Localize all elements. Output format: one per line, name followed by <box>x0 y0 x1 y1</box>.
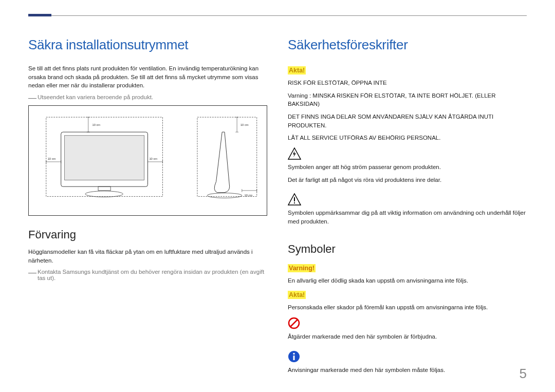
prohibit-icon <box>288 317 300 329</box>
svg-line-27 <box>290 320 298 327</box>
akta-label: Akta! <box>288 66 306 74</box>
intro-text: Se till att det finns plats runt produkt… <box>28 64 267 90</box>
svg-rect-25 <box>294 202 295 203</box>
exclamation-triangle-icon <box>288 193 301 206</box>
heading-install-space: Säkra installationsutrymmet <box>28 37 267 53</box>
header-rule <box>28 15 527 17</box>
dash-icon: ― <box>28 94 36 102</box>
heading-symbols: Symboler <box>288 242 527 256</box>
storage-text: Högglansmodeller kan få vita fläckar på … <box>28 248 267 265</box>
varning-label: Varning! <box>288 264 316 272</box>
dim-side-back: 10 cm <box>245 194 253 197</box>
dim-right: 10 cm <box>149 157 157 160</box>
svg-rect-29 <box>293 356 295 360</box>
svg-rect-2 <box>64 136 144 180</box>
note-text-2: Kontakta Samsungs kundtjänst om du behöv… <box>38 269 264 281</box>
svg-rect-24 <box>294 197 295 201</box>
install-diagram: 10 cm 10 cm 10 cm <box>28 105 267 216</box>
dash-icon: ― <box>28 269 36 277</box>
dim-side-top: 10 cm <box>240 123 249 126</box>
risk-line-1: RISK FÖR ELSTÖTAR, ÖPPNA INTE <box>288 79 527 87</box>
note-appearance: ― Utseendet kan variera beroende på prod… <box>28 94 267 100</box>
risk-line-3: DET FINNS INGA DELAR SOM ANVÄNDAREN SJÄL… <box>288 113 527 129</box>
info-circle-icon <box>288 350 300 363</box>
note-service: ― Kontakta Samsungs kundtjänst om du beh… <box>28 269 267 281</box>
bolt-text-1: Symbolen anger att hög ström passerar ge… <box>288 163 441 172</box>
risk-line-2: Varning : MINSKA RISKEN FÖR ELSTÖTAR, TA… <box>288 91 527 108</box>
varning-text: En allvarlig eller dödlig skada kan upps… <box>288 276 527 285</box>
left-column: Säkra installationsutrymmet Se till att … <box>28 37 267 382</box>
heading-storage: Förvaring <box>28 228 267 241</box>
dim-left: 10 cm <box>48 157 56 160</box>
bolt-text-2: Det är farligt att på något vis röra vid… <box>288 176 441 184</box>
note-text: Utseendet kan variera beroende på produk… <box>38 94 153 100</box>
info-text: Anvisningar markerade med den här symbol… <box>288 366 445 375</box>
prohibit-text: Åtgärder markerade med den här symbolen … <box>288 332 437 341</box>
right-column: Säkerhetsföreskrifter Akta! RISK FÖR ELS… <box>288 37 527 382</box>
svg-rect-30 <box>293 353 295 354</box>
svg-point-15 <box>207 193 242 198</box>
bolt-triangle-icon <box>288 147 301 160</box>
dim-top: 10 cm <box>92 123 100 126</box>
akta-text: Personskada eller skador på föremål kan … <box>288 303 527 312</box>
svg-rect-3 <box>98 186 110 191</box>
page-number: 5 <box>520 366 527 382</box>
excl-text: Symbolen uppmärksammar dig på att viktig… <box>288 209 527 226</box>
heading-safety: Säkerhetsföreskrifter <box>288 37 527 53</box>
svg-point-4 <box>85 191 123 197</box>
risk-line-4: LÅT ALL SERVICE UTFÖRAS AV BEHÖRIG PERSO… <box>288 134 527 142</box>
akta-label-2: Akta! <box>288 291 306 299</box>
